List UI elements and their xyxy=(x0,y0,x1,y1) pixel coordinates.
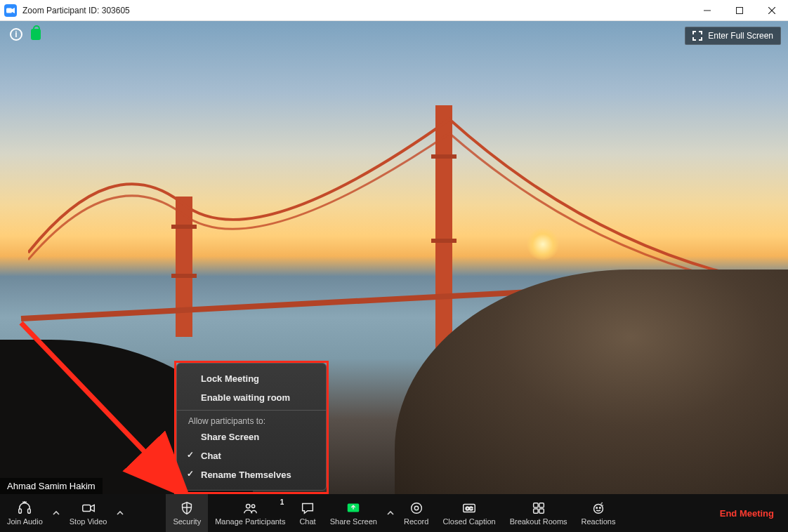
svg-point-21 xyxy=(596,507,598,509)
participants-count-badge: 1 xyxy=(280,498,284,506)
window-close-button[interactable] xyxy=(756,0,788,21)
share-screen-label: Share Screen xyxy=(330,517,377,526)
svg-point-20 xyxy=(594,505,603,514)
window-maximize-button[interactable] xyxy=(723,0,756,21)
security-lock-meeting[interactable]: Lock Meeting xyxy=(177,369,326,388)
security-menu: Lock Meeting Enable waiting room Allow p… xyxy=(176,363,327,491)
join-audio-button[interactable]: Join Audio xyxy=(0,494,50,532)
svg-rect-16 xyxy=(533,503,537,507)
chat-label: Chat xyxy=(299,517,315,526)
participant-name: Ahmad Samim Hakim xyxy=(7,481,96,491)
shield-icon xyxy=(179,500,195,516)
security-enable-waiting-room[interactable]: Enable waiting room xyxy=(177,388,326,407)
video-area: i Enter Full Screen Ahmad Samim Hakim Lo… xyxy=(0,21,788,532)
svg-point-12 xyxy=(411,503,421,514)
record-label: Record xyxy=(404,517,428,526)
window-title: Zoom Participant ID: 303605 xyxy=(22,6,130,15)
svg-rect-6 xyxy=(19,509,22,513)
end-meeting-button[interactable]: End Meeting xyxy=(706,508,788,519)
menu-separator xyxy=(177,410,326,411)
svg-rect-0 xyxy=(6,8,12,13)
closed-caption-label: Closed Caption xyxy=(442,517,495,526)
share-screen-button[interactable]: Share Screen xyxy=(323,494,384,532)
enter-fullscreen-button[interactable]: Enter Full Screen xyxy=(685,27,781,45)
svg-point-13 xyxy=(414,506,419,510)
breakout-rooms-label: Breakout Rooms xyxy=(510,517,567,526)
audio-options-chevron[interactable] xyxy=(50,494,63,532)
security-allow-chat[interactable]: Chat xyxy=(177,446,326,465)
chat-bubble-icon xyxy=(300,500,315,516)
background-sun xyxy=(527,228,559,260)
stop-video-button[interactable]: Stop Video xyxy=(63,494,114,532)
svg-rect-2 xyxy=(737,7,743,13)
svg-point-22 xyxy=(599,507,600,509)
background-bridge-tower xyxy=(435,105,452,351)
video-options-chevron[interactable] xyxy=(114,494,126,532)
security-allow-label: Allow participants to: xyxy=(177,413,326,427)
join-audio-label: Join Audio xyxy=(7,517,43,526)
svg-rect-8 xyxy=(82,505,90,511)
svg-rect-7 xyxy=(28,509,31,513)
svg-point-9 xyxy=(247,505,251,509)
svg-rect-18 xyxy=(533,509,537,513)
svg-rect-19 xyxy=(539,509,544,513)
svg-rect-17 xyxy=(539,503,544,507)
participants-icon xyxy=(242,500,258,516)
encryption-icon[interactable] xyxy=(31,29,41,40)
window-minimize-button[interactable] xyxy=(691,0,723,21)
svg-text:CC: CC xyxy=(466,505,473,512)
record-button[interactable]: Record xyxy=(397,494,435,532)
manage-participants-label: Manage Participants xyxy=(215,517,285,526)
record-icon xyxy=(409,500,424,516)
breakout-rooms-button[interactable]: Breakout Rooms xyxy=(503,494,574,532)
headphones-icon xyxy=(17,500,32,516)
reactions-icon xyxy=(591,500,606,516)
zoom-app-icon xyxy=(4,4,17,17)
closed-caption-icon: CC xyxy=(461,500,477,516)
manage-participants-button[interactable]: 1 Manage Participants xyxy=(208,494,292,532)
security-allow-share-screen[interactable]: Share Screen xyxy=(177,427,326,446)
share-screen-icon xyxy=(346,500,361,516)
security-button[interactable]: Security xyxy=(166,494,208,532)
security-menu-highlight: Lock Meeting Enable waiting room Allow p… xyxy=(174,361,329,494)
video-camera-icon xyxy=(81,500,96,516)
meeting-toolbar: Join Audio Stop Video Security xyxy=(0,494,788,532)
reactions-button[interactable]: Reactions xyxy=(574,494,623,532)
enter-fullscreen-label: Enter Full Screen xyxy=(708,31,773,41)
svg-point-10 xyxy=(252,505,255,507)
share-options-chevron[interactable] xyxy=(384,494,397,532)
closed-caption-button[interactable]: CC Closed Caption xyxy=(435,494,502,532)
security-allow-rename[interactable]: Rename Themselves xyxy=(177,465,326,484)
security-label: Security xyxy=(173,517,201,526)
meeting-info-icon[interactable]: i xyxy=(10,28,22,41)
window-titlebar: Zoom Participant ID: 303605 xyxy=(0,0,788,21)
reactions-label: Reactions xyxy=(582,517,616,526)
chat-button[interactable]: Chat xyxy=(292,494,322,532)
breakout-rooms-icon xyxy=(531,500,546,516)
background-headland xyxy=(395,270,788,494)
stop-video-label: Stop Video xyxy=(70,517,107,526)
background-bridge-tower xyxy=(176,197,192,337)
fullscreen-icon xyxy=(692,31,702,41)
participant-name-tag: Ahmad Samim Hakim xyxy=(0,478,103,494)
